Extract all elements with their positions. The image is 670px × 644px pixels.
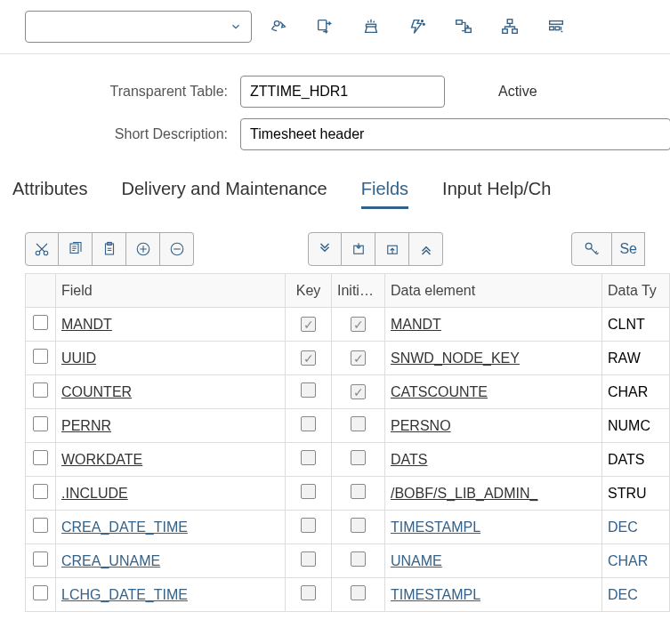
col-key[interactable]: Key <box>286 274 332 308</box>
data-element-link[interactable]: SNWD_NODE_KEY <box>391 350 520 366</box>
chevron-down-icon <box>230 20 242 33</box>
data-element-link[interactable]: TIMESTAMPL <box>391 587 480 602</box>
initial-checkbox[interactable] <box>351 450 366 465</box>
row-select-checkbox[interactable] <box>33 315 48 330</box>
key-checkbox[interactable] <box>301 450 316 465</box>
mode-dropdown[interactable] <box>25 11 252 43</box>
col-data-element[interactable]: Data element <box>385 274 602 308</box>
initial-checkbox[interactable] <box>351 384 366 399</box>
tab-delivery[interactable]: Delivery and Maintenance <box>121 170 327 209</box>
table-row[interactable]: .INCLUDE/BOBF/S_LIB_ADMIN_STRU <box>26 477 670 511</box>
key-checkbox[interactable] <box>301 382 316 398</box>
status-text: Active <box>498 84 537 100</box>
svg-point-22 <box>586 243 593 249</box>
svg-rect-9 <box>513 29 518 34</box>
data-element-link[interactable]: UNAME <box>391 553 442 568</box>
short-description-input[interactable] <box>240 118 670 150</box>
key-checkbox[interactable] <box>301 484 316 499</box>
key-checkbox[interactable] <box>301 350 316 366</box>
initial-checkbox[interactable] <box>351 484 366 499</box>
display-change-button[interactable] <box>259 11 298 43</box>
key-checkbox[interactable] <box>301 518 316 533</box>
tab-attributes[interactable]: Attributes <box>12 170 87 209</box>
data-element-link[interactable]: MANDT <box>391 317 441 332</box>
search-button[interactable]: Se <box>612 232 645 266</box>
svg-point-0 <box>274 21 279 26</box>
svg-rect-10 <box>550 21 563 25</box>
field-name: MANDT <box>61 317 112 332</box>
key-checkbox[interactable] <box>301 416 316 431</box>
data-type: DEC <box>608 519 638 535</box>
field-name[interactable]: CREA_UNAME <box>61 553 160 568</box>
data-element-link[interactable]: TIMESTAMPL <box>391 519 480 535</box>
key-checkbox[interactable] <box>301 551 316 567</box>
initial-checkbox[interactable] <box>351 317 366 332</box>
field-name: PERNR <box>61 418 111 433</box>
col-data-type[interactable]: Data Ty <box>602 274 670 308</box>
table-row[interactable]: COUNTERCATSCOUNTECHAR <box>26 375 670 409</box>
col-field[interactable]: Field <box>56 274 286 308</box>
row-select-checkbox[interactable] <box>33 518 48 533</box>
initial-checkbox[interactable] <box>351 551 366 567</box>
key-checkbox[interactable] <box>301 317 316 332</box>
tab-fields[interactable]: Fields <box>361 170 408 209</box>
data-type: CHAR <box>608 553 648 568</box>
row-select-checkbox[interactable] <box>33 484 48 499</box>
short-description-label: Short Description: <box>0 126 240 142</box>
svg-rect-2 <box>367 24 376 27</box>
row-select-checkbox[interactable] <box>33 349 48 364</box>
data-element-link[interactable]: DATS <box>391 452 427 467</box>
table-row[interactable]: LCHG_DATE_TIMETIMESTAMPLDEC <box>26 578 670 612</box>
table-row[interactable]: MANDTMANDTCLNT <box>26 308 670 342</box>
collapse-all-button[interactable] <box>409 232 443 266</box>
data-element-link[interactable]: /BOBF/S_LIB_ADMIN_ <box>391 486 537 501</box>
table-row[interactable]: CREA_UNAMEUNAMECHAR <box>26 544 670 578</box>
svg-point-3 <box>422 20 424 22</box>
initial-checkbox[interactable] <box>351 350 366 366</box>
activate-button[interactable] <box>398 11 437 43</box>
key-checkbox[interactable] <box>301 585 316 600</box>
expand-all-button[interactable] <box>308 232 342 266</box>
data-type: CLNT <box>608 317 645 332</box>
copy-button[interactable] <box>59 232 93 266</box>
initial-checkbox[interactable] <box>351 585 366 600</box>
where-used-button[interactable] <box>444 11 483 43</box>
tab-input-help[interactable]: Input Help/Ch <box>442 170 551 209</box>
field-name: UUID <box>61 350 96 366</box>
check-button[interactable] <box>351 11 391 43</box>
table-name-input[interactable] <box>240 76 445 108</box>
table-row[interactable]: UUIDSNWD_NODE_KEYRAW <box>26 342 670 375</box>
table-row[interactable]: CREA_DATE_TIMETIMESTAMPLDEC <box>26 511 670 544</box>
collapse-include-button[interactable] <box>375 232 409 266</box>
svg-rect-1 <box>319 20 327 30</box>
tabs-bar: Attributes Delivery and Maintenance Fiel… <box>0 170 670 214</box>
svg-rect-6 <box>465 28 471 33</box>
field-name[interactable]: LCHG_DATE_TIME <box>61 587 188 602</box>
row-select-checkbox[interactable] <box>33 551 48 567</box>
insert-row-button[interactable] <box>126 232 160 266</box>
paste-button[interactable] <box>93 232 126 266</box>
hierarchy-button[interactable] <box>490 11 529 43</box>
col-initial[interactable]: Initia... <box>332 274 385 308</box>
field-name: COUNTER <box>61 384 132 399</box>
initial-checkbox[interactable] <box>351 416 366 431</box>
row-select-checkbox[interactable] <box>33 416 48 431</box>
expand-include-button[interactable] <box>342 232 375 266</box>
data-element-link[interactable]: PERSNO <box>391 418 451 433</box>
row-select-checkbox[interactable] <box>33 382 48 398</box>
row-select-checkbox[interactable] <box>33 585 48 600</box>
append-structure-button[interactable] <box>537 11 576 43</box>
key-button[interactable] <box>571 232 612 266</box>
other-object-button[interactable] <box>305 11 344 43</box>
delete-row-button[interactable] <box>160 232 194 266</box>
cut-button[interactable] <box>25 232 59 266</box>
initial-checkbox[interactable] <box>351 518 366 533</box>
svg-rect-12 <box>555 27 560 30</box>
row-select-checkbox[interactable] <box>33 450 48 465</box>
table-row[interactable]: WORKDATEDATSDATS <box>26 443 670 477</box>
data-type: DATS <box>608 452 644 467</box>
field-name[interactable]: CREA_DATE_TIME <box>61 519 188 535</box>
field-name: WORKDATE <box>61 452 142 467</box>
data-element-link[interactable]: CATSCOUNTE <box>391 384 488 399</box>
table-row[interactable]: PERNRPERSNONUMC <box>26 409 670 443</box>
